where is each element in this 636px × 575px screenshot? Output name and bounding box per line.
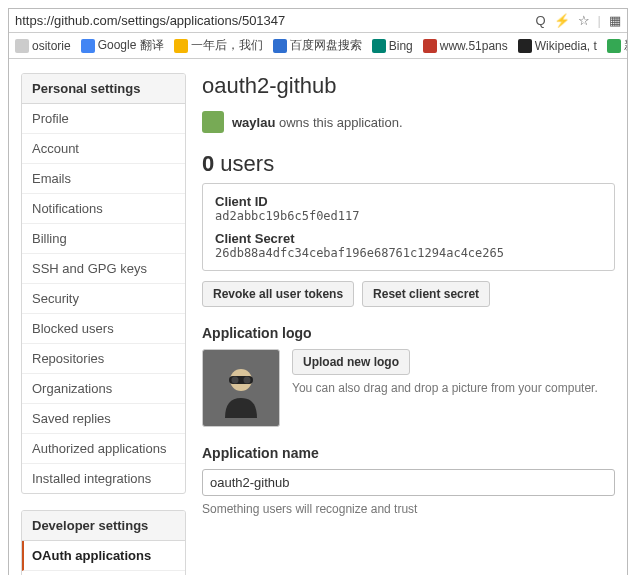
owner-text: waylau owns this application. <box>232 115 403 130</box>
bookmark-favicon-icon <box>81 39 95 53</box>
bookmark-item[interactable]: Wikipedia, t <box>518 39 597 53</box>
sidebar-item-saved-replies[interactable]: Saved replies <box>22 404 185 434</box>
client-id-value: ad2abbc19b6c5f0ed117 <box>215 209 602 223</box>
sidebar-header-developer: Developer settings <box>22 511 185 541</box>
bookmark-favicon-icon <box>607 39 621 53</box>
sidebar-item-organizations[interactable]: Organizations <box>22 374 185 404</box>
app-name-header: Application name <box>202 445 615 461</box>
bookmark-item[interactable]: 百度网盘搜索 <box>273 37 362 54</box>
app-name-input[interactable] <box>202 469 615 496</box>
sidebar-item-blocked-users[interactable]: Blocked users <box>22 314 185 344</box>
sidebar-item-account[interactable]: Account <box>22 134 185 164</box>
svg-point-4 <box>244 377 251 384</box>
owner-avatar <box>202 111 224 133</box>
bookmark-favicon-icon <box>273 39 287 53</box>
bookmark-label: Bing <box>389 39 413 53</box>
bookmark-label: Google 翻译 <box>98 37 164 54</box>
svg-point-3 <box>232 377 239 384</box>
app-title: oauth2-github <box>202 73 615 99</box>
bookmark-favicon-icon <box>15 39 29 53</box>
credentials-box: Client ID ad2abbc19b6c5f0ed117 Client Se… <box>202 183 615 271</box>
users-heading: 0 users <box>202 151 615 177</box>
bookmark-item[interactable]: www.51pans <box>423 39 508 53</box>
grid-icon[interactable]: ▦ <box>609 13 621 28</box>
main-content: oauth2-github waylau owns this applicati… <box>202 73 615 575</box>
sidebar-item-ssh-and-gpg-keys[interactable]: SSH and GPG keys <box>22 254 185 284</box>
bookmark-label: 一年后，我们 <box>191 37 263 54</box>
bookmarks-bar: ositorieGoogle 翻译一年后，我们百度网盘搜索Bingwww.51p… <box>9 33 627 59</box>
sidebar: Personal settings ProfileAccountEmailsNo… <box>21 73 186 575</box>
url-input[interactable] <box>15 13 529 28</box>
bookmark-label: 百度网盘搜索 <box>290 37 362 54</box>
sidebar-item-authorized-applications[interactable]: Authorized applications <box>22 434 185 464</box>
star-icon[interactable]: ☆ <box>578 13 590 28</box>
sidebar-item-repositories[interactable]: Repositories <box>22 344 185 374</box>
lightning-icon[interactable]: ⚡ <box>554 13 570 28</box>
bookmark-item[interactable]: ositorie <box>15 39 71 53</box>
sidebar-item-integrations[interactable]: Integrations <box>22 571 185 575</box>
reset-secret-button[interactable]: Reset client secret <box>362 281 490 307</box>
sidebar-item-billing[interactable]: Billing <box>22 224 185 254</box>
bookmark-favicon-icon <box>372 39 386 53</box>
upload-logo-button[interactable]: Upload new logo <box>292 349 410 375</box>
bookmark-label: ositorie <box>32 39 71 53</box>
sidebar-header-personal: Personal settings <box>22 74 185 104</box>
app-logo <box>202 349 280 427</box>
sidebar-item-emails[interactable]: Emails <box>22 164 185 194</box>
client-secret-label: Client Secret <box>215 231 602 246</box>
bookmark-item[interactable]: 一年后，我们 <box>174 37 263 54</box>
sidebar-item-oauth-applications[interactable]: OAuth applications <box>22 541 185 571</box>
bookmark-item[interactable]: 新标签页 <box>607 37 627 54</box>
sidebar-item-notifications[interactable]: Notifications <box>22 194 185 224</box>
revoke-tokens-button[interactable]: Revoke all user tokens <box>202 281 354 307</box>
bookmark-label: 新标签页 <box>624 37 627 54</box>
upload-hint: You can also drag and drop a picture fro… <box>292 381 615 395</box>
client-secret-value: 26db88a4dfc34cebaf196e68761c1294ac4ce265 <box>215 246 602 260</box>
bookmark-label: Wikipedia, t <box>535 39 597 53</box>
app-name-hint: Something users will recognize and trust <box>202 502 615 516</box>
logo-section-header: Application logo <box>202 325 615 341</box>
search-icon[interactable]: Q <box>535 13 545 28</box>
logo-avatar-icon <box>211 358 271 418</box>
sidebar-item-profile[interactable]: Profile <box>22 104 185 134</box>
sidebar-item-installed-integrations[interactable]: Installed integrations <box>22 464 185 493</box>
bookmark-item[interactable]: Bing <box>372 39 413 53</box>
bookmark-label: www.51pans <box>440 39 508 53</box>
bookmark-item[interactable]: Google 翻译 <box>81 37 164 54</box>
url-bar: Q ⚡ ☆ | ▦ <box>9 9 627 33</box>
bookmark-favicon-icon <box>518 39 532 53</box>
bookmark-favicon-icon <box>174 39 188 53</box>
sidebar-item-security[interactable]: Security <box>22 284 185 314</box>
client-id-label: Client ID <box>215 194 602 209</box>
bookmark-favicon-icon <box>423 39 437 53</box>
